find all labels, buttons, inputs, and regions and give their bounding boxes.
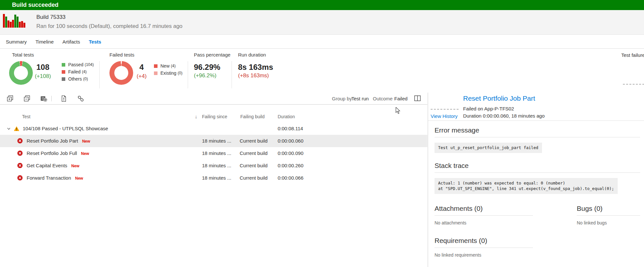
test-row[interactable]: Get Capital Events New18 minutes ...Curr… xyxy=(0,159,427,172)
column-header-duration[interactable]: Duration xyxy=(278,112,295,121)
failed-on-text: Failed on App-P-TFS02 xyxy=(463,106,514,111)
legend-item-new: New(4) xyxy=(154,62,183,70)
duration-cell: 0:00:00.090 xyxy=(278,147,303,159)
expand-all-icon[interactable] xyxy=(7,95,14,102)
legend-item-failed: Failed(4) xyxy=(62,68,94,75)
column-header-failing-since[interactable]: Failing since xyxy=(202,112,227,121)
history-bar xyxy=(7,20,9,28)
failing-since-cell: 18 minutes ... xyxy=(202,147,231,159)
sort-descending-icon: ↓ xyxy=(195,112,197,121)
failed-tests-label: Failed tests xyxy=(109,52,134,57)
column-options-icon[interactable] xyxy=(40,95,47,102)
build-header: Build 75333 Ran for 100 seconds (Default… xyxy=(0,10,644,35)
legend-swatch xyxy=(62,63,65,67)
warning-icon xyxy=(14,126,19,131)
bugs-empty-text: No linked bugs xyxy=(577,220,640,225)
new-badge: New xyxy=(71,164,80,168)
legend-label: Existing xyxy=(160,70,176,76)
history-bar xyxy=(3,14,5,28)
duration-cell: 0:00:00.060 xyxy=(278,135,303,147)
test-row[interactable]: Forward Transaction New18 minutes ...Cur… xyxy=(0,172,427,184)
legend-count: (0) xyxy=(178,71,183,75)
tab-timeline[interactable]: Timeline xyxy=(35,39,54,44)
failing-since-cell: 18 minutes ... xyxy=(202,172,231,184)
legend-item-passed: Passed(104) xyxy=(62,61,94,68)
total-tests-value: 108 (+108) xyxy=(31,63,55,80)
attachments-section: Attachments (0) No attachments xyxy=(435,204,533,225)
bugs-heading: Bugs (0) xyxy=(577,204,640,216)
new-badge: New xyxy=(75,176,83,181)
failed-tests-donut-chart xyxy=(109,61,133,85)
mouse-cursor xyxy=(396,107,401,114)
create-bug-icon[interactable] xyxy=(60,95,67,102)
chevron-down-icon[interactable] xyxy=(7,128,10,130)
group-by-value[interactable]: Test run xyxy=(351,93,369,105)
failing-build-cell: Current build xyxy=(240,147,268,159)
tab-tests[interactable]: Tests xyxy=(89,39,101,44)
details-pane-toggle-icon[interactable] xyxy=(414,95,421,102)
legend-label: Failed xyxy=(68,69,81,74)
legend-swatch xyxy=(154,64,158,68)
error-message-heading: Error message xyxy=(435,126,640,137)
legend-item-existing: Existing(0) xyxy=(154,70,183,77)
test-name: Forward Transaction New xyxy=(27,172,83,184)
history-bar xyxy=(14,15,16,28)
stack-trace-text: Actual: 1 (number) was expected to equal… xyxy=(435,178,618,194)
requirements-heading: Requirements (0) xyxy=(435,236,533,248)
failed-test-icon xyxy=(17,175,23,182)
detail-panel-body: Error message Test ut_p_reset_portfolio_… xyxy=(428,121,644,258)
failed-test-icon xyxy=(17,163,23,169)
legend-label: New xyxy=(160,63,170,69)
build-history-chart-icon xyxy=(3,14,26,28)
column-header-failing-build[interactable]: Failing build xyxy=(240,112,265,121)
test-row[interactable]: Reset Portfolio Job Part New18 minutes .… xyxy=(0,135,427,147)
tab-artifacts[interactable]: Artifacts xyxy=(62,39,80,44)
failing-build-cell: Current build xyxy=(240,172,268,184)
legend-swatch xyxy=(62,70,65,74)
new-badge: New xyxy=(82,139,90,144)
legend-count: (0) xyxy=(83,77,88,81)
tab-summary[interactable]: Summary xyxy=(6,39,27,44)
build-title: Build 75333 xyxy=(36,14,66,20)
attachments-heading: Attachments (0) xyxy=(435,204,533,216)
bugs-section: Bugs (0) No linked bugs xyxy=(577,204,640,225)
failing-since-cell: 18 minutes ... xyxy=(202,135,231,147)
group-row-title: 104/108 Passed - UTPLSQL Showcase xyxy=(23,122,108,135)
legend-count: (104) xyxy=(85,62,94,67)
grid-toolbar: Group by Test run Outcome Failed xyxy=(0,93,427,105)
failed-tests-legend: New(4)Existing(0) xyxy=(154,62,183,77)
view-history-link[interactable]: View History xyxy=(431,113,458,119)
duration-cell: 0:00:00.066 xyxy=(278,172,303,184)
duration-cell: 0:00:00.260 xyxy=(278,159,303,172)
test-group-row[interactable]: 104/108 Passed - UTPLSQL Showcase 0:00:0… xyxy=(0,122,427,135)
test-summary-strip: Total tests 108 (+108) Passed(104)Failed… xyxy=(0,49,644,93)
tab-bar: SummaryTimelineArtifactsTests xyxy=(0,35,644,49)
failing-build-cell: Current build xyxy=(240,135,268,147)
history-bar xyxy=(5,17,7,28)
failed-test-icon xyxy=(17,138,23,145)
test-row[interactable]: Reset Portfolio Job Full New18 minutes .… xyxy=(0,147,427,159)
column-header-test[interactable]: Test xyxy=(22,112,31,121)
legend-swatch xyxy=(154,71,158,75)
error-message-text: Test ut_p_reset_portfolio_job_part faile… xyxy=(435,143,542,153)
copy-link-icon[interactable] xyxy=(77,95,84,102)
legend-swatch xyxy=(62,77,65,81)
test-failure-label: Test failure xyxy=(621,52,644,58)
history-bar xyxy=(23,23,25,28)
build-status-banner: Build succeeded xyxy=(0,0,644,10)
history-bar xyxy=(12,20,14,28)
build-subtitle: Ran for 100 seconds (Default), completed… xyxy=(36,23,183,30)
outcome-value[interactable]: Failed xyxy=(394,93,408,105)
divider xyxy=(99,61,100,88)
group-by-label: Group by xyxy=(332,93,352,105)
trend-dashed-line xyxy=(623,84,644,85)
test-detail-panel: Reset Portfolio Job Part Failed on App-P… xyxy=(428,93,644,267)
stack-trace-heading: Stack trace xyxy=(435,161,640,173)
failed-test-icon xyxy=(17,150,23,157)
legend-label: Others xyxy=(68,76,82,82)
history-bar xyxy=(10,22,12,28)
collapse-all-icon[interactable] xyxy=(24,95,31,102)
test-name: Get Capital Events New xyxy=(27,159,79,172)
test-results-grid-region: Group by Test run Outcome Failed Test ↓ … xyxy=(0,93,427,267)
attachments-empty-text: No attachments xyxy=(435,220,533,225)
